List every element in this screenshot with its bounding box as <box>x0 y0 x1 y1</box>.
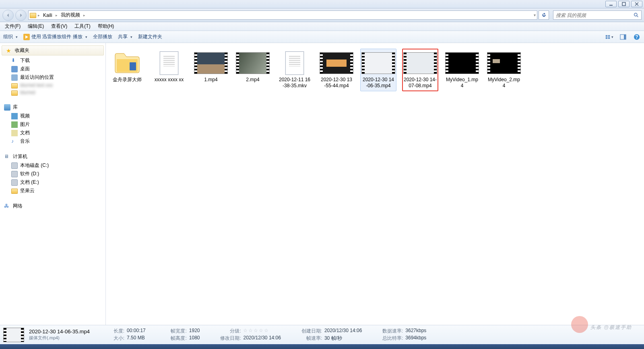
address-bar[interactable]: ▸ Kaili ▸ 我的视频 ▸ ▾ <box>28 10 537 20</box>
search-input[interactable] <box>556 12 634 18</box>
svg-rect-10 <box>624 35 626 39</box>
file-item[interactable]: 金舟录屏大师 <box>109 49 145 91</box>
nav-forward-button[interactable] <box>15 10 27 21</box>
svg-rect-8 <box>608 37 610 39</box>
favorites-icon: ★ <box>6 47 12 54</box>
network-icon: 🖧 <box>4 203 10 209</box>
taskbar[interactable] <box>0 344 644 349</box>
sidebar-libraries-header[interactable]: 库 <box>0 103 105 112</box>
file-label: xxxxx xxxx xx <box>155 77 184 83</box>
libraries-icon <box>4 104 10 111</box>
window-titlebar <box>0 0 644 8</box>
details-thumbnail <box>3 328 24 342</box>
details-pane: 2020-12-30 14-06-35.mp4 媒体文件(.mp4) 长度:00… <box>0 325 644 344</box>
menu-bar: 文件(F) 编辑(E) 查看(V) 工具(T) 帮助(H) <box>0 22 644 31</box>
svg-rect-0 <box>609 5 613 6</box>
video-thumbnail <box>445 51 479 75</box>
sidebar-item-blurred[interactable]: blurred <box>0 89 105 96</box>
file-item[interactable]: 2020-12-30 14-07-08.mp4 <box>402 49 438 91</box>
cmd-play-all[interactable]: 全部播放 <box>93 33 112 40</box>
sidebar-item-documents[interactable]: 文档 <box>0 129 105 137</box>
address-dropdown-icon[interactable]: ▾ <box>534 13 536 17</box>
sidebar-item-music[interactable]: ♪音乐 <box>0 137 105 146</box>
sidebar-favorites-header[interactable]: ★收藏夹 <box>2 45 104 55</box>
folder-icon <box>11 189 18 194</box>
breadcrumb-item[interactable]: 我的视频 <box>59 11 82 19</box>
details-property: 创建日期:2020/12/30 14:06 <box>299 328 362 335</box>
file-list-pane[interactable]: 金舟录屏大师xxxxx xxxx xx1.mp42.mp42020-12-11 … <box>106 43 644 325</box>
disk-icon <box>11 179 18 186</box>
sidebar-computer-header[interactable]: 🖥计算机 <box>0 152 105 161</box>
file-item[interactable]: 2020-12-30 14-06-35.mp4 <box>360 49 396 91</box>
sidebar-item-disk-d[interactable]: 软件 (D:) <box>0 170 105 178</box>
sidebar-item-pictures[interactable]: 图片 <box>0 120 105 129</box>
details-property: 数据速率:3627kbps <box>380 328 426 335</box>
sidebar-item-blurred[interactable]: blurred text xxx <box>0 82 105 89</box>
search-icon <box>634 12 639 18</box>
folder-thumbnail <box>110 51 144 75</box>
video-thumbnail <box>236 51 270 75</box>
recent-icon <box>11 74 18 81</box>
pictures-icon <box>11 121 18 128</box>
breadcrumb-item[interactable]: Kaili <box>41 12 54 19</box>
documents-icon <box>11 130 18 136</box>
file-item[interactable]: xxxxx xxxx xx <box>151 49 187 91</box>
menu-edit[interactable]: 编辑(E) <box>25 22 47 31</box>
file-item[interactable]: 2.mp4 <box>235 49 271 91</box>
menu-file[interactable]: 文件(F) <box>2 22 24 31</box>
svg-rect-7 <box>606 37 608 39</box>
details-property: 长度:00:00:17 <box>102 328 146 335</box>
sidebar-item-desktop[interactable]: 桌面 <box>0 65 105 73</box>
details-property: 帧高度:1080 <box>164 335 200 342</box>
sidebar-item-jianguoyun[interactable]: 坚果云 <box>0 187 105 195</box>
refresh-button[interactable] <box>539 10 549 20</box>
menu-help[interactable]: 帮助(H) <box>95 22 118 31</box>
folder-icon <box>11 90 18 96</box>
details-property: 总比特率:3694kbps <box>380 335 426 342</box>
file-item[interactable]: MyVideo_1.mp4 <box>444 49 480 91</box>
sidebar-item-videos[interactable]: 视频 <box>0 112 105 120</box>
svg-point-2 <box>634 13 637 16</box>
sidebar-network-header[interactable]: 🖧网络 <box>0 201 105 211</box>
file-item[interactable]: 2020-12-30 13-55-44.mp4 <box>318 49 355 91</box>
file-label: 金舟录屏大师 <box>113 77 142 83</box>
cmd-organize[interactable]: 组织 <box>3 33 18 40</box>
window-close-button[interactable] <box>631 1 642 7</box>
sidebar-item-disk-c[interactable]: 本地磁盘 (C:) <box>0 161 105 170</box>
disk-icon <box>11 162 18 169</box>
svg-text:?: ? <box>635 34 638 40</box>
menu-tools[interactable]: 工具(T) <box>71 22 93 31</box>
menu-view[interactable]: 查看(V) <box>48 22 70 31</box>
cmd-help-button[interactable]: ? <box>633 33 641 41</box>
file-label: 2020-12-11 16-38-35.mkv <box>278 77 311 89</box>
nav-back-button[interactable] <box>2 10 14 21</box>
file-label: 2020-12-30 13-55-44.mp4 <box>320 77 353 89</box>
window-minimize-button[interactable] <box>605 1 617 7</box>
window-maximize-button[interactable] <box>618 1 630 7</box>
search-box[interactable] <box>553 10 642 20</box>
sidebar-item-disk-e[interactable]: 文档 (E:) <box>0 178 105 187</box>
cmd-play-with[interactable]: 使用 迅雷播放组件 播放 <box>23 33 87 40</box>
cmd-new-folder[interactable]: 新建文件夹 <box>138 33 162 40</box>
cmd-view-button[interactable] <box>605 33 613 41</box>
cmd-preview-pane-button[interactable] <box>619 33 627 41</box>
sidebar-item-recent[interactable]: 最近访问的位置 <box>0 73 105 82</box>
file-item[interactable]: MyVideo_2.mp4 <box>486 49 522 91</box>
details-property: 大小:7.50 MB <box>102 335 146 342</box>
details-property: 帧宽度:1920 <box>164 328 200 335</box>
video-thumbnail <box>320 51 353 75</box>
details-filetype: 媒体文件(.mp4) <box>29 335 90 341</box>
video-thumbnail <box>361 51 395 75</box>
sidebar-item-downloads[interactable]: ⬇下载 <box>0 56 105 65</box>
folder-icon <box>11 83 18 88</box>
computer-icon: 🖥 <box>4 154 10 160</box>
file-item[interactable]: 1.mp4 <box>193 49 229 91</box>
cmd-share[interactable]: 共享 <box>118 33 132 40</box>
video-thumbnail <box>194 51 228 75</box>
file-item[interactable]: 2020-12-11 16-38-35.mkv <box>277 49 313 91</box>
folder-icon <box>30 13 36 18</box>
svg-rect-6 <box>608 35 610 37</box>
breadcrumb-sep: ▸ <box>38 13 40 17</box>
music-icon: ♪ <box>11 138 18 145</box>
details-property: 修改日期:2020/12/30 14:06 <box>218 335 281 342</box>
